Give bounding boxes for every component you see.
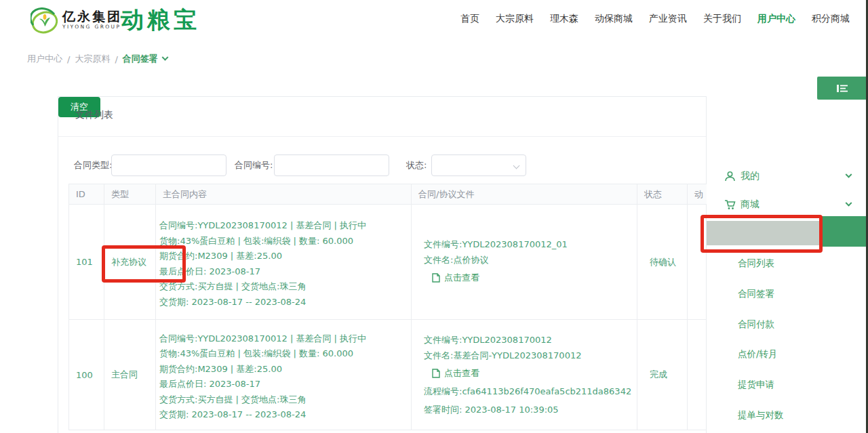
view-file-label: 点击查看 bbox=[444, 270, 479, 285]
nav-about-us[interactable]: 关于我们 bbox=[703, 13, 741, 25]
sidebar-item-pricing-rollover[interactable]: 点价/转月 bbox=[707, 339, 868, 369]
app-title: 动粮宝 bbox=[121, 5, 200, 36]
yiyong-group-logo-icon bbox=[31, 7, 59, 36]
view-file-link[interactable]: 点击查看 bbox=[432, 270, 634, 285]
contract-line: 期货合约:M2309 | 基差:25.00 bbox=[159, 362, 408, 377]
sidebar-item-contract-payment[interactable]: 合同付款 bbox=[707, 309, 868, 339]
sidebar-item-pickup-request[interactable]: 提货申请 bbox=[707, 369, 868, 400]
breadcrumb-separator: / bbox=[67, 54, 70, 64]
row-id: 100 bbox=[69, 320, 104, 430]
status-select[interactable] bbox=[431, 154, 526, 176]
row-file-info: 文件编号:YYDL202308170012 文件名:基差合同-YYDL20230… bbox=[412, 320, 637, 430]
contract-line: 交货期: 2023-08-17 -- 2023-08-24 bbox=[159, 407, 408, 423]
user-icon bbox=[724, 171, 736, 182]
sidebar-item-contract-signing[interactable]: 合同签署 bbox=[707, 279, 868, 309]
file-number: 文件编号:YYDL202308170012 bbox=[424, 332, 634, 348]
divider bbox=[58, 136, 706, 137]
sidebar-item-bill-reconcile[interactable]: 提单与对数 bbox=[707, 400, 868, 430]
document-icon bbox=[432, 273, 440, 283]
breadcrumb-separator: / bbox=[115, 54, 117, 64]
view-file-label: 点击查看 bbox=[444, 365, 479, 381]
row-status: 待确认 bbox=[637, 205, 688, 320]
row-type: 补充协议 bbox=[104, 205, 156, 320]
sidebar-submenu: 合同列表 合同签署 合同付款 点价/转月 提货申请 提单与对数 售后 退款 bbox=[707, 248, 868, 433]
file-list-panel: 文件列表 合同类型: 合同编号: 状态: 清空 ID 类型 主合同内容 合同/协… bbox=[58, 96, 707, 433]
breadcrumb-user-center[interactable]: 用户中心 bbox=[27, 53, 62, 65]
nav-bulk-materials[interactable]: 大宗原料 bbox=[496, 13, 534, 25]
view-file-link[interactable]: 点击查看 bbox=[432, 365, 634, 381]
file-name: 文件名:点价协议 bbox=[424, 252, 634, 268]
contract-line: 货物:43%蛋白豆粕 | 包装:编织袋 | 数量: 60.000 bbox=[159, 234, 408, 249]
sidebar-group-label: 商城 bbox=[741, 199, 760, 211]
nav-user-center[interactable]: 用户中心 bbox=[757, 13, 795, 25]
chevron-down-icon bbox=[513, 163, 520, 169]
chevron-down-icon bbox=[846, 199, 852, 206]
group-name-en: YIYONG GROUP bbox=[62, 24, 122, 30]
nav-points-mall[interactable]: 积分商城 bbox=[812, 13, 850, 25]
row-type: 主合同 bbox=[104, 320, 156, 430]
col-header-content: 主合同内容 bbox=[156, 184, 412, 205]
sidebar-group-mine[interactable]: 我的 bbox=[707, 168, 868, 184]
document-icon bbox=[432, 369, 440, 378]
status-filter-label: 状态: bbox=[406, 154, 427, 176]
contract-line: 交货方式:买方自提 | 交货地点:珠三角 bbox=[159, 279, 408, 295]
sidebar-item-after-sales[interactable]: 售后 bbox=[707, 430, 868, 433]
documents-table: ID 类型 主合同内容 合同/协议文件 状态 动 101 补充协议 合同编号:Y… bbox=[68, 184, 708, 430]
flow-number: 流程编号:cfa64113b26f470eafa5cb211da86342 bbox=[424, 384, 634, 399]
col-header-action: 动 bbox=[688, 184, 708, 205]
cart-icon bbox=[724, 199, 736, 211]
contract-line: 期货合约:M2309 | 基差:25.00 bbox=[159, 249, 408, 264]
contract-line: 交货方式:买方自提 | 交货地点:珠三角 bbox=[159, 392, 408, 408]
contract-line: 交货期: 2023-08-17 -- 2023-08-24 bbox=[159, 295, 408, 310]
sidebar-group-label: 我的 bbox=[741, 170, 760, 182]
sidebar-group-mall[interactable]: 商城 bbox=[707, 197, 868, 213]
sidebar-item-contract-list[interactable]: 合同列表 bbox=[707, 248, 868, 279]
row-action bbox=[688, 320, 708, 430]
table-row: 100 主合同 合同编号:YYDL202308170012 | 基差合同 | 执… bbox=[69, 320, 708, 430]
top-navigation: 首页 大宗原料 理木森 动保商城 产业资讯 关于我们 用户中心 积分商城 bbox=[460, 13, 850, 25]
contract-line: 合同编号:YYDL202308170012 | 基差合同 | 执行中 bbox=[159, 331, 408, 347]
group-name-block: 亿永集团 YIYONG GROUP bbox=[62, 9, 122, 30]
nav-limusen[interactable]: 理木森 bbox=[550, 13, 578, 25]
active-menu-highlight bbox=[707, 221, 822, 245]
row-file-info: 文件编号:YYDL202308170012_01 文件名:点价协议 点击查看 bbox=[412, 205, 637, 320]
contract-line: 货物:43%蛋白豆粕 | 包装:编织袋 | 数量: 60.000 bbox=[159, 346, 408, 362]
nav-animal-care-mall[interactable]: 动保商城 bbox=[595, 13, 633, 25]
menu-fold-icon bbox=[837, 84, 848, 93]
sign-time: 签署时间: 2023-08-17 10:39:05 bbox=[424, 402, 634, 417]
breadcrumb-contract-signing[interactable]: 合同签署 bbox=[123, 53, 158, 65]
panel-title: 文件列表 bbox=[75, 109, 113, 121]
sidebar-collapse-button[interactable] bbox=[817, 77, 867, 100]
row-id: 101 bbox=[69, 205, 104, 320]
breadcrumb-bulk-materials[interactable]: 大宗原料 bbox=[75, 53, 110, 65]
contract-number-input[interactable] bbox=[274, 154, 389, 176]
row-contract-content: 合同编号:YYDL202308170012 | 基差合同 | 执行中 货物:43… bbox=[156, 320, 412, 430]
col-header-id: ID bbox=[69, 184, 104, 205]
chevron-down-icon bbox=[846, 171, 852, 178]
table-header-row: ID 类型 主合同内容 合同/协议文件 状态 动 bbox=[69, 184, 708, 205]
contract-type-input[interactable] bbox=[111, 154, 226, 176]
user-center-sidebar: 我的 商城 大宗原料 合同列表 合同签署 合同付款 点价/转月 提货申请 提单与… bbox=[707, 61, 868, 433]
row-status: 完成 bbox=[637, 320, 688, 430]
contract-type-label: 合同类型: bbox=[74, 154, 112, 176]
row-action bbox=[688, 205, 708, 320]
active-menu-green-bar bbox=[822, 216, 868, 247]
row-contract-content: 合同编号:YYDL202308170012 | 基差合同 | 执行中 货物:43… bbox=[156, 205, 412, 320]
file-name: 文件名:基差合同-YYDL202308170012 bbox=[424, 348, 634, 363]
col-header-status: 状态 bbox=[637, 184, 688, 205]
table-row: 101 补充协议 合同编号:YYDL202308170012 | 基差合同 | … bbox=[69, 205, 708, 320]
group-name-cn: 亿永集团 bbox=[62, 9, 122, 24]
breadcrumb: 用户中心 / 大宗原料 / 合同签署 bbox=[27, 53, 167, 65]
contract-line: 合同编号:YYDL202308170012 | 基差合同 | 执行中 bbox=[159, 218, 408, 234]
col-header-type: 类型 bbox=[104, 184, 156, 205]
chevron-down-icon[interactable] bbox=[161, 54, 168, 60]
file-number: 文件编号:YYDL202308170012_01 bbox=[424, 236, 634, 252]
nav-industry-news[interactable]: 产业资讯 bbox=[649, 13, 687, 25]
contract-number-label: 合同编号: bbox=[235, 154, 273, 176]
contract-line: 最后点价日: 2023-08-17 bbox=[159, 264, 408, 280]
nav-home[interactable]: 首页 bbox=[460, 13, 479, 25]
col-header-file: 合同/协议文件 bbox=[412, 184, 637, 205]
contract-line: 最后点价日: 2023-08-17 bbox=[159, 377, 408, 392]
